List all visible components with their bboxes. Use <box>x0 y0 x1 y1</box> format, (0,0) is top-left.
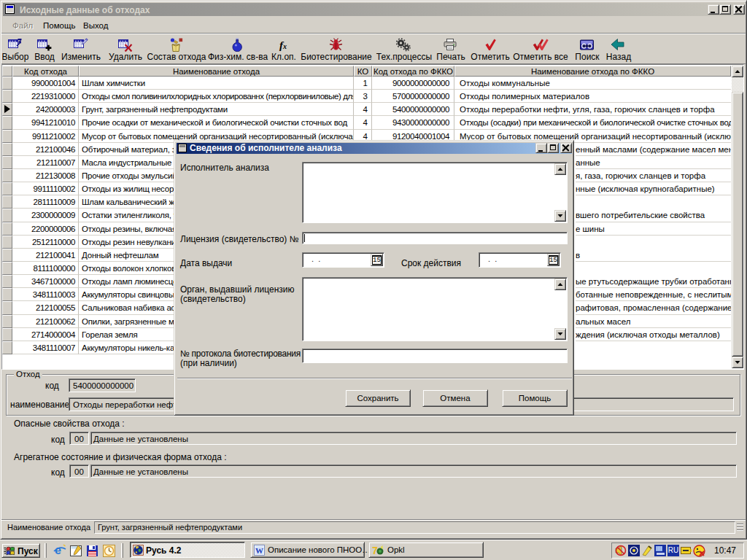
svg-text:W: W <box>255 546 263 555</box>
svg-text:fx: fx <box>279 39 287 51</box>
